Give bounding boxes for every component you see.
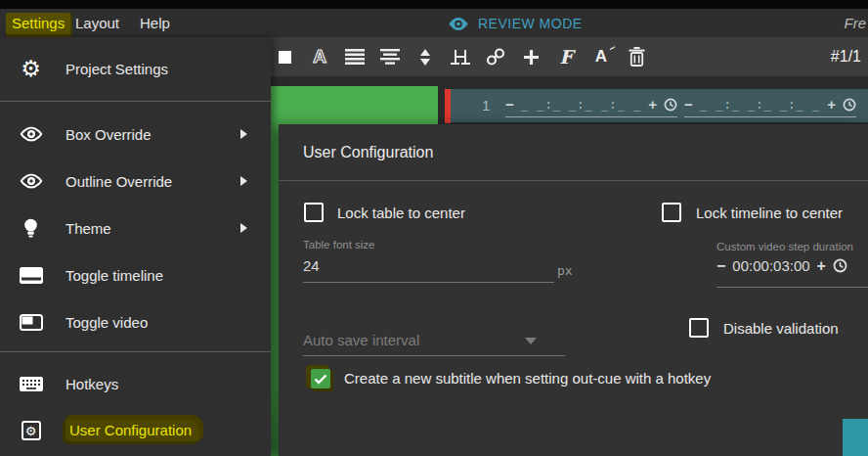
dialog-divider — [279, 180, 868, 181]
video-preview — [270, 86, 438, 124]
in-cue-field[interactable]: − _ _:_ _:_ _:_ _ + — [505, 94, 677, 117]
fx-icon[interactable]: F — [555, 45, 577, 68]
subtitle-counter: #1/1 — [831, 37, 861, 76]
submenu-chevron-icon — [240, 223, 247, 233]
save-button-partial[interactable] — [843, 419, 868, 456]
menu-bar: Settings Layout Help REVIEW MODE Fre — [0, 9, 868, 37]
spellcheck-icon[interactable]: A~ — [590, 45, 612, 68]
custom-step-control: − 00:00:03:00 + — [716, 257, 847, 274]
row-number: 1 — [482, 97, 490, 114]
custom-step-label: Custom video step duration — [716, 241, 853, 252]
lock-table-checkbox[interactable] — [304, 203, 324, 222]
create-subtitle-label: Create a new subtitle when setting out-c… — [344, 370, 711, 387]
video-icon — [18, 314, 44, 331]
align-justify-icon[interactable] — [344, 45, 366, 68]
subtitle-row[interactable]: 1 − _ _:_ _:_ _:_ _ + − _ _:_ _:_ _:_ _ … — [445, 88, 868, 122]
disable-validation-checkbox[interactable] — [689, 318, 709, 338]
out-cue-minus-button[interactable]: − — [684, 97, 693, 112]
row-error-stripe — [445, 89, 451, 123]
checkmark-icon — [314, 374, 327, 385]
select-caret-icon[interactable] — [525, 338, 537, 344]
menu-help[interactable]: Help — [140, 13, 170, 34]
in-cue-clock-icon[interactable] — [664, 98, 677, 112]
step-plus-button[interactable]: + — [817, 258, 826, 274]
add-icon[interactable] — [520, 45, 542, 68]
window-top-strip — [0, 0, 868, 9]
eye-icon — [18, 173, 44, 189]
create-subtitle-checkbox[interactable] — [311, 369, 330, 388]
out-cue-plus-button[interactable]: + — [827, 97, 836, 112]
menu-item-hotkeys[interactable]: Hotkeys — [0, 360, 271, 407]
trash-icon[interactable] — [626, 45, 647, 68]
in-cue-minus-button[interactable]: − — [505, 97, 514, 112]
out-cue-placeholder[interactable]: _ _:_ _:_ _:_ _ — [700, 98, 820, 112]
menu-item-outline-override[interactable]: Outline Override — [0, 158, 271, 205]
link-icon[interactable] — [485, 45, 506, 68]
step-clock-icon[interactable] — [833, 258, 847, 273]
table-font-size-unit: px — [557, 263, 573, 278]
lock-table-label: Lock table to center — [337, 205, 465, 221]
bulb-icon — [18, 218, 44, 239]
in-cue-placeholder[interactable]: _ _:_ _:_ _:_ _ — [521, 98, 641, 112]
menu-item-toggle-timeline[interactable]: Toggle timeline — [0, 251, 271, 298]
step-minus-button[interactable]: − — [716, 258, 725, 274]
step-value-input[interactable]: 00:00:03:00 — [732, 257, 809, 274]
font-icon[interactable]: A — [309, 45, 330, 68]
vertical-align-icon[interactable] — [414, 45, 436, 68]
eye-icon — [18, 126, 44, 142]
table-font-size-underline — [303, 282, 554, 283]
align-center-icon[interactable] — [379, 45, 401, 68]
subtitle-toolbar: A F A~ — [271, 37, 868, 76]
gear-icon: ⚙ — [18, 58, 44, 80]
review-mode-label: REVIEW MODE — [478, 16, 583, 31]
menu-item-user-configuration[interactable]: ⚙ User Configuration — [0, 407, 271, 454]
video-preview-edge — [270, 86, 279, 456]
menu-item-toggle-video[interactable]: Toggle video — [0, 298, 271, 345]
submenu-chevron-icon — [240, 129, 247, 139]
menu-item-theme[interactable]: Theme — [0, 205, 271, 251]
plan-label: Fre — [845, 13, 867, 34]
review-eye-icon — [448, 17, 469, 31]
out-cue-field[interactable]: − _ _:_ _:_ _:_ _ + — [684, 94, 856, 117]
auto-save-select[interactable]: Auto save interval — [303, 332, 419, 348]
box-icon[interactable] — [274, 45, 295, 68]
out-cue-clock-icon[interactable] — [843, 98, 856, 112]
menu-settings[interactable]: Settings — [6, 13, 70, 34]
gear-box-icon: ⚙ — [18, 421, 44, 440]
lock-timeline-label: Lock timeline to center — [696, 205, 843, 221]
timeline-icon — [18, 267, 44, 284]
custom-step-underline — [716, 287, 868, 288]
menu-divider — [0, 101, 271, 102]
width-icon[interactable] — [450, 45, 471, 68]
settings-menu: ⚙ Project Settings Box Override Outline … — [0, 37, 271, 456]
menu-layout[interactable]: Layout — [75, 13, 119, 34]
menu-item-box-override[interactable]: Box Override — [0, 111, 271, 158]
menu-divider — [0, 351, 271, 352]
user-configuration-dialog: User Configuration Lock table to center … — [279, 124, 868, 456]
table-font-size-input[interactable]: 24 — [303, 257, 320, 274]
auto-save-underline — [303, 355, 565, 356]
submenu-chevron-icon — [240, 176, 247, 186]
dialog-title: User Configuration — [303, 124, 433, 180]
lock-timeline-checkbox[interactable] — [662, 203, 681, 222]
menu-item-project-settings[interactable]: ⚙ Project Settings — [0, 45, 271, 92]
keyboard-icon — [18, 377, 44, 391]
disable-validation-label: Disable validation — [723, 320, 839, 337]
in-cue-plus-button[interactable]: + — [648, 97, 657, 112]
review-mode-toggle[interactable]: REVIEW MODE — [448, 13, 583, 34]
table-font-size-label: Table font size — [303, 239, 375, 251]
